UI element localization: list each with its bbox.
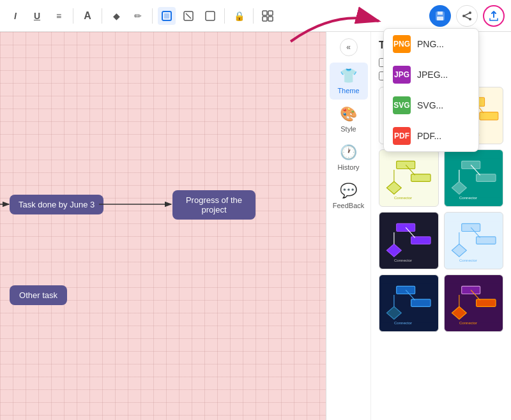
svg-rect-45 [461,161,480,169]
svg-label: SVG... [417,100,443,110]
pdf-label: PDF... [417,131,441,141]
canvas-area[interactable]: Task done by June 3 Progress of the proj… [0,32,326,420]
sidebar-item-theme-label: Theme [337,87,359,94]
svg-text:Connector: Connector [459,195,477,200]
node-task2[interactable]: Progress of the project [172,190,256,220]
sidebar-item-feedback[interactable]: 💬 FeedBack [330,177,368,214]
share-button[interactable] [456,5,478,27]
toolbar-right [429,5,505,27]
sidebar-item-theme[interactable]: 👕 Theme [330,63,368,100]
separator-4 [224,8,225,24]
select-tool[interactable] [158,7,176,25]
text-tool[interactable]: A [79,7,96,25]
separator-5 [253,8,254,24]
svg-line-14 [464,13,470,16]
feedback-icon: 💬 [340,183,357,199]
sidebar-item-feedback-label: FeedBack [333,202,365,209]
right-sidebar: « 👕 Theme 🎨 Style 🕐 History 💬 FeedBack [326,32,371,420]
svg-rect-52 [397,223,415,231]
svg-rect-46 [476,174,496,181]
history-icon: 🕐 [340,144,357,161]
svg-rect-67 [411,299,431,306]
theme-card-purple[interactable]: Connector [444,274,504,332]
crop-tool[interactable] [179,7,197,25]
svg-text:Connector: Connector [459,320,477,325]
move-tool[interactable] [201,7,219,25]
svg-rect-7 [263,17,267,21]
svg-rect-39 [411,174,431,181]
svg-text:Connector: Connector [394,258,412,262]
style-icon: 🎨 [340,106,357,123]
collapse-button[interactable]: « [340,38,358,56]
export-button[interactable] [483,5,505,27]
pdf-icon: PDF [393,127,411,145]
export-jpeg[interactable]: JPG JPEG... [384,59,478,90]
svg-rect-59 [461,223,480,231]
svg-rect-6 [268,11,273,15]
export-pdf[interactable]: PDF PDF... [384,121,478,151]
theme-card-yellow[interactable]: Connector [379,149,439,207]
theme-card-light-blue[interactable]: Connector [444,212,504,269]
svg-rect-10 [437,17,443,20]
svg-line-15 [464,16,470,19]
png-icon: PNG [393,35,411,53]
export-png[interactable]: PNG PNG... [384,29,478,59]
svg-rect-74 [476,299,496,306]
fill-tool[interactable]: ◆ [107,7,125,25]
node-task1[interactable]: Task done by June 3 [10,195,103,214]
svg-rect-4 [206,11,215,20]
separator-2 [102,8,102,24]
svg-rect-5 [263,11,267,15]
svg-line-3 [186,13,191,19]
svg-text:Connector: Connector [459,258,477,262]
sidebar-item-style-label: Style [340,125,356,133]
underline-tool[interactable]: U [28,7,46,25]
svg-rect-32 [479,112,498,120]
svg-icon: SVG [393,96,411,114]
pen-tool[interactable]: ✏ [129,7,147,25]
theme-card-dark-blue[interactable]: Connector [379,274,439,332]
svg-rect-60 [476,237,496,244]
svg-text:Connector: Connector [394,320,412,325]
sidebar-item-history[interactable]: 🕐 History [330,139,368,176]
svg-rect-38 [397,161,415,169]
canvas-arrows [0,32,326,420]
export-dropdown: PNG PNG... JPG JPEG... SVG SVG... PDF PD… [383,28,479,152]
export-svg[interactable]: SVG SVG... [384,90,478,121]
grid-tool[interactable] [259,7,277,25]
theme-card-teal[interactable]: Connector [444,149,504,207]
jpeg-label: JPEG... [417,70,448,80]
separator-3 [152,8,153,24]
toolbar: I U ≡ A ◆ ✏ 🔒 [0,0,511,32]
svg-rect-66 [397,286,415,294]
png-label: PNG... [417,39,444,49]
lock-tool[interactable]: 🔒 [230,7,248,25]
separator-1 [73,8,73,24]
svg-rect-1 [164,13,169,19]
sidebar-item-style[interactable]: 🎨 Style [330,101,368,138]
italic-tool[interactable]: I [6,7,24,25]
svg-rect-73 [461,286,480,294]
svg-rect-8 [268,17,273,21]
svg-rect-53 [411,237,431,244]
jpeg-icon: JPG [393,66,411,84]
svg-text:Connector: Connector [394,195,412,200]
theme-icon: 👕 [340,68,357,84]
align-tool[interactable]: ≡ [50,7,68,25]
save-button[interactable] [429,5,451,27]
theme-card-dark[interactable]: Connector [379,212,439,269]
sidebar-item-history-label: History [337,163,359,171]
node-other[interactable]: Other task [10,285,67,305]
